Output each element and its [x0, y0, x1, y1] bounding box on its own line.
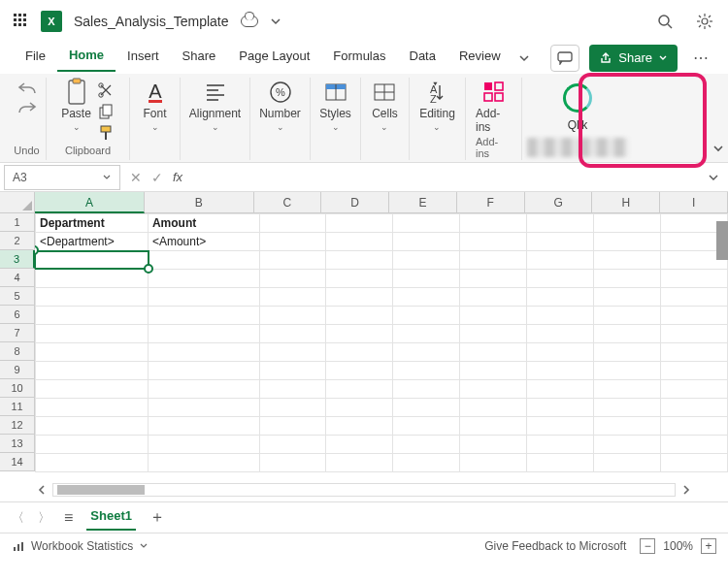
collapse-ribbon-chevron-icon[interactable] [711, 141, 726, 156]
cell[interactable] [527, 251, 594, 270]
cell[interactable] [460, 399, 527, 417]
cell[interactable] [148, 325, 259, 343]
expand-formula-bar-icon[interactable] [707, 171, 720, 184]
row-header[interactable]: 3 [0, 250, 35, 269]
col-header[interactable]: B [145, 192, 254, 213]
col-header[interactable]: I [660, 192, 728, 213]
cell[interactable] [326, 233, 393, 251]
cell[interactable] [594, 251, 661, 270]
cell[interactable] [661, 307, 728, 325]
cell[interactable] [594, 417, 661, 436]
cell[interactable] [326, 270, 393, 288]
cell[interactable]: Department [36, 214, 149, 233]
row-header[interactable]: 1 [0, 213, 35, 232]
cell[interactable] [527, 214, 594, 233]
cell[interactable] [326, 399, 393, 417]
cell[interactable] [460, 436, 527, 454]
cell[interactable] [527, 436, 594, 454]
workbook-statistics-button[interactable]: Workbook Statistics [12, 539, 149, 553]
cell[interactable] [393, 417, 460, 436]
search-icon[interactable] [656, 13, 674, 30]
scroll-right-icon[interactable] [679, 483, 693, 497]
cell[interactable] [393, 399, 460, 417]
select-all-corner[interactable] [0, 192, 35, 213]
cell[interactable] [527, 307, 594, 325]
cell[interactable] [393, 343, 460, 362]
accept-formula-icon[interactable]: ✓ [151, 170, 163, 185]
cell[interactable] [36, 436, 149, 454]
all-sheets-menu-icon[interactable]: ≡ [64, 509, 73, 527]
cell[interactable] [259, 288, 326, 307]
cell[interactable] [148, 288, 259, 307]
cell[interactable] [326, 251, 393, 270]
cell[interactable] [326, 343, 393, 362]
row-header[interactable]: 2 [0, 232, 35, 250]
cell[interactable] [259, 270, 326, 288]
cell[interactable] [259, 214, 326, 233]
cell[interactable] [527, 380, 594, 399]
row-header[interactable]: 9 [0, 361, 35, 379]
cell[interactable] [148, 454, 259, 472]
number-button[interactable]: % Number ⌄ [259, 80, 301, 132]
col-header[interactable]: A [35, 192, 145, 213]
chevron-down-icon[interactable] [270, 16, 281, 27]
row-header[interactable]: 7 [0, 324, 35, 342]
cell[interactable] [460, 233, 527, 251]
row-header[interactable]: 11 [0, 398, 35, 416]
cell[interactable] [148, 270, 259, 288]
zoom-out-button[interactable]: − [640, 538, 655, 554]
horizontal-scrollbar[interactable] [52, 483, 676, 497]
cell[interactable] [527, 417, 594, 436]
cell[interactable] [460, 307, 527, 325]
fx-icon[interactable]: fx [173, 170, 182, 184]
row-header[interactable]: 5 [0, 287, 35, 306]
cell[interactable] [393, 362, 460, 380]
cell[interactable] [326, 362, 393, 380]
paste-button[interactable]: Paste ⌄ [61, 80, 91, 132]
cell[interactable] [36, 307, 149, 325]
font-button[interactable]: A Font ⌄ [143, 80, 168, 132]
cell[interactable] [594, 380, 661, 399]
cell[interactable] [393, 270, 460, 288]
copy-icon[interactable] [97, 103, 115, 120]
cell[interactable] [661, 288, 728, 307]
cell[interactable] [326, 417, 393, 436]
row-header[interactable]: 14 [0, 453, 35, 471]
row-header[interactable]: 13 [0, 435, 35, 453]
cell[interactable] [326, 380, 393, 399]
cell[interactable] [594, 343, 661, 362]
tab-page-layout[interactable]: Page Layout [227, 45, 321, 71]
cell[interactable]: <Amount> [148, 233, 259, 251]
scroll-left-icon[interactable] [35, 483, 49, 497]
styles-button[interactable]: Styles ⌄ [319, 80, 351, 132]
cell[interactable] [393, 251, 460, 270]
cell[interactable] [36, 399, 149, 417]
cell[interactable] [594, 214, 661, 233]
cell[interactable] [148, 307, 259, 325]
cell[interactable] [259, 325, 326, 343]
col-header[interactable]: E [389, 192, 457, 213]
share-button[interactable]: Share [589, 45, 678, 72]
name-box[interactable]: A3 [4, 165, 120, 190]
cell[interactable] [259, 233, 326, 251]
cell[interactable] [460, 362, 527, 380]
cell[interactable] [393, 214, 460, 233]
cell[interactable] [148, 343, 259, 362]
cell[interactable] [393, 454, 460, 472]
cell[interactable] [527, 325, 594, 343]
tab-formulas[interactable]: Formulas [321, 45, 397, 71]
cell[interactable] [36, 362, 149, 380]
vertical-scrollbar[interactable] [716, 221, 728, 260]
cell[interactable] [259, 343, 326, 362]
cell[interactable] [460, 288, 527, 307]
cell[interactable] [594, 270, 661, 288]
cell[interactable] [460, 251, 527, 270]
cell[interactable] [393, 436, 460, 454]
row-header[interactable]: 8 [0, 342, 35, 361]
cell[interactable] [527, 233, 594, 251]
cell[interactable]: Amount [148, 214, 259, 233]
cell[interactable] [460, 214, 527, 233]
cell-grid[interactable]: DepartmentAmount <Department><Amount> [35, 213, 728, 472]
cell[interactable] [527, 270, 594, 288]
cloud-saved-icon[interactable] [241, 16, 258, 27]
